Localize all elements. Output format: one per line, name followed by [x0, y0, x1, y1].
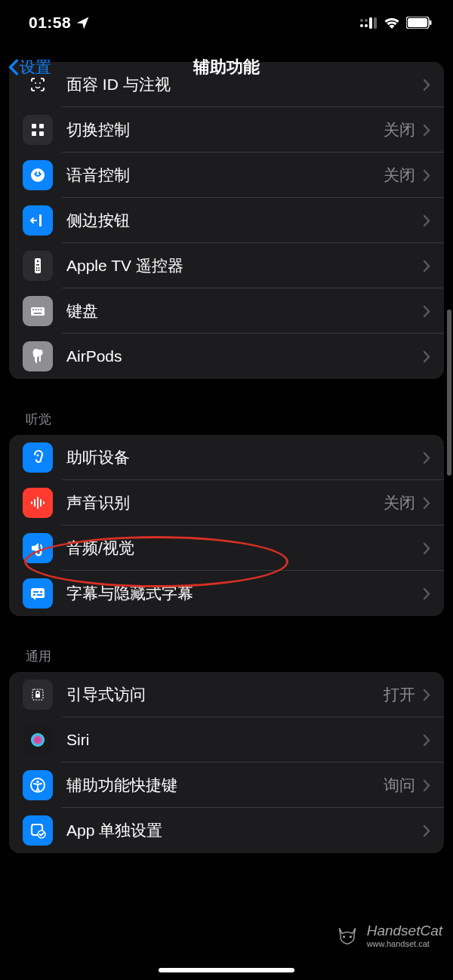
chevron-right-icon: [423, 734, 430, 747]
svg-rect-36: [34, 499, 35, 507]
audio-visual-icon: [23, 533, 53, 563]
svg-point-22: [36, 270, 38, 271]
row-label: AirPods: [66, 347, 423, 365]
row-apple-tv-remote[interactable]: Apple TV 遥控器: [9, 243, 444, 288]
chevron-right-icon: [423, 542, 430, 555]
row-voice-control[interactable]: 语音控制 关闭: [9, 153, 444, 198]
row-label: 切换控制: [66, 119, 384, 140]
svg-point-54: [343, 936, 344, 938]
row-label: 辅助功能快捷键: [66, 775, 384, 796]
row-label: Siri: [66, 731, 423, 749]
guided-access-icon: [23, 680, 53, 710]
svg-rect-39: [43, 501, 45, 504]
cat-icon: [334, 924, 361, 947]
row-label: 语音控制: [66, 165, 384, 186]
group-hearing: 助听设备 声音识别 关闭 音频/视觉 字幕与隐藏式字幕: [9, 435, 444, 616]
chevron-right-icon: [423, 350, 430, 363]
row-subtitles[interactable]: 字幕与隐藏式字幕: [9, 571, 444, 616]
svg-rect-37: [37, 497, 39, 509]
watermark: HandsetCat www.handset.cat: [334, 923, 442, 948]
svg-point-21: [39, 267, 40, 269]
row-switch-control[interactable]: 切换控制 关闭: [9, 107, 444, 153]
row-guided-access[interactable]: 引导式访问 打开: [9, 672, 444, 717]
chevron-right-icon: [423, 260, 430, 273]
row-label: 声音识别: [66, 492, 384, 513]
row-value: 询问: [384, 775, 415, 796]
svg-point-1: [365, 19, 368, 22]
hearing-devices-icon: [23, 442, 53, 473]
wifi-icon: [384, 17, 400, 29]
chevron-right-icon: [423, 689, 430, 701]
status-bar: 01:58: [0, 0, 453, 45]
per-app-settings-icon: [23, 815, 53, 846]
svg-rect-16: [39, 214, 42, 227]
chevron-right-icon: [423, 451, 430, 464]
svg-point-49: [31, 733, 45, 747]
side-button-icon: [23, 205, 53, 236]
switch-control-icon: [23, 115, 53, 145]
voice-control-icon: [23, 160, 53, 190]
group-general: 引导式访问 打开 Siri 辅助功能快捷键 询问 App: [9, 672, 444, 853]
svg-rect-43: [33, 591, 39, 593]
scrollbar[interactable]: [447, 310, 451, 476]
home-indicator[interactable]: [159, 968, 294, 972]
svg-point-20: [36, 267, 38, 269]
content: 面容 ID 与注视 切换控制 关闭 语音控制 关闭 侧边按: [0, 62, 453, 853]
apple-tv-remote-icon: [23, 251, 53, 281]
svg-rect-46: [37, 594, 42, 596]
airpods-icon: [23, 341, 53, 371]
group-header-general: 通用: [9, 648, 444, 672]
svg-rect-12: [39, 124, 44, 128]
row-hearing-devices[interactable]: 助听设备: [9, 435, 444, 480]
svg-point-2: [360, 24, 363, 27]
row-accessibility-shortcut[interactable]: 辅助功能快捷键 询问: [9, 763, 444, 808]
siri-icon: [23, 725, 53, 755]
chevron-right-icon: [423, 779, 430, 792]
row-audio-visual[interactable]: 音频/视觉: [9, 525, 444, 571]
group-physical: 面容 ID 与注视 切换控制 关闭 语音控制 关闭 侧边按: [9, 62, 444, 379]
svg-rect-26: [35, 309, 37, 310]
row-value: 打开: [384, 684, 415, 705]
svg-point-31: [38, 350, 43, 356]
row-siri[interactable]: Siri: [9, 717, 444, 763]
svg-rect-4: [369, 17, 372, 29]
svg-rect-13: [32, 131, 36, 136]
svg-rect-38: [40, 499, 42, 507]
status-left: 01:58: [29, 14, 90, 32]
row-value: 关闭: [384, 165, 415, 186]
svg-point-9: [35, 82, 36, 84]
svg-rect-27: [38, 309, 39, 310]
svg-rect-33: [39, 355, 41, 362]
chevron-right-icon: [423, 305, 430, 318]
svg-rect-25: [32, 309, 34, 310]
row-airpods[interactable]: AirPods: [9, 334, 444, 379]
subtitles-icon: [23, 578, 53, 609]
status-time: 01:58: [29, 14, 71, 32]
row-sound-recognition[interactable]: 声音识别 关闭: [9, 480, 444, 525]
row-label: App 单独设置: [66, 820, 423, 841]
row-label: 侧边按钮: [66, 210, 423, 231]
row-value: 关闭: [384, 492, 415, 513]
svg-rect-35: [31, 501, 32, 504]
chevron-right-icon: [423, 169, 430, 182]
row-label: 音频/视觉: [66, 538, 423, 559]
chevron-right-icon: [423, 497, 430, 510]
chevron-right-icon: [423, 124, 430, 137]
row-label: 面容 ID 与注视: [66, 74, 423, 95]
row-per-app-settings[interactable]: App 单独设置: [9, 808, 444, 853]
svg-rect-32: [35, 355, 36, 362]
row-face-id[interactable]: 面容 ID 与注视: [9, 62, 444, 107]
keyboard-icon: [23, 296, 53, 326]
row-side-button[interactable]: 侧边按钮: [9, 198, 444, 243]
svg-rect-29: [34, 313, 42, 314]
svg-rect-8: [430, 20, 432, 25]
row-keyboard[interactable]: 键盘: [9, 288, 444, 334]
svg-rect-48: [35, 694, 40, 698]
svg-point-51: [36, 781, 39, 783]
row-value: 关闭: [384, 119, 415, 140]
svg-point-30: [33, 350, 39, 356]
svg-rect-28: [41, 309, 42, 310]
group-header-hearing: 听觉: [9, 411, 444, 435]
svg-rect-19: [36, 264, 39, 266]
row-label: 引导式访问: [66, 684, 384, 705]
